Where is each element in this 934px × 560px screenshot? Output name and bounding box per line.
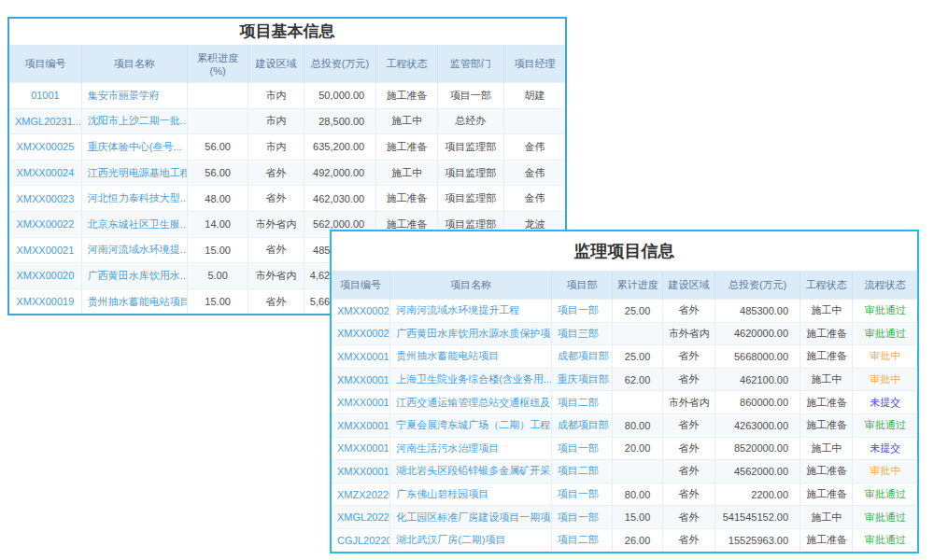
- region-cell: 市外省内: [248, 211, 304, 237]
- project-dept-link[interactable]: 重庆项目部: [551, 368, 613, 391]
- investment-cell: 635,200.00: [304, 134, 375, 161]
- project-name-link[interactable]: 集安市丽景学府: [81, 83, 187, 109]
- region-cell: 省外: [662, 345, 715, 369]
- project-id-link[interactable]: XMXX00014: [332, 460, 390, 483]
- project-dept-link[interactable]: 项目一部: [551, 506, 613, 529]
- progress-cell: 15.00: [613, 506, 662, 529]
- column-header: 总投资(万元): [304, 45, 375, 83]
- column-header: 建设区域: [248, 45, 304, 83]
- project-id-link[interactable]: XMXX00023: [9, 186, 81, 212]
- column-header: 建设区域: [662, 271, 715, 300]
- project-id-link[interactable]: XMXX00018: [332, 368, 390, 391]
- project-dept-link[interactable]: 成都项目部: [551, 345, 613, 369]
- project-id-link[interactable]: XMXX00020: [332, 322, 390, 345]
- project-dept-link[interactable]: 项目二部: [551, 460, 613, 483]
- project-dept-link[interactable]: 项目一部: [551, 483, 613, 506]
- table-row: XMXX00016宁夏会展湾东城广场（二期）工程成都项目部80.00省外4263…: [332, 413, 917, 437]
- table-row: XMXX00023河北恒力泰科技大型...48.00省外462,030.00施工…: [9, 186, 565, 212]
- project-name-link[interactable]: 河北恒力泰科技大型...: [81, 186, 187, 212]
- flow-status-badge: 审批通过: [853, 528, 917, 551]
- progress-cell: 62.00: [613, 368, 662, 391]
- flow-status-badge: 审批通过: [853, 300, 917, 323]
- department-cell: 项目监理部: [437, 134, 503, 161]
- project-dept-link[interactable]: 项目二部: [551, 391, 613, 414]
- project-name-link[interactable]: 北京东城社区卫生服...: [81, 211, 187, 237]
- supervision-info-table: 项目编号项目名称项目部累计进度建设区域总投资(万元)工程状态流程状态 XMXX0…: [332, 271, 917, 552]
- project-name-link[interactable]: 贵州抽水蓄能电站项目: [390, 345, 551, 369]
- region-cell: 省外: [662, 413, 715, 437]
- department-cell: 项目监理部: [437, 186, 503, 212]
- project-name-link[interactable]: 贵州抽水蓄能电站项目: [81, 288, 187, 314]
- supervision-header-row: 项目编号项目名称项目部累计进度建设区域总投资(万元)工程状态流程状态: [332, 271, 917, 300]
- project-name-link[interactable]: 江西交通运输管理总站交通枢纽及...: [390, 391, 551, 414]
- project-name-link[interactable]: 沈阳市上沙二期一批...: [81, 108, 187, 134]
- project-id-link[interactable]: XMXX00019: [9, 288, 81, 314]
- project-name-link[interactable]: 重庆体验中心(叁号...: [81, 134, 187, 161]
- project-id-link[interactable]: XMXX00019: [332, 345, 390, 369]
- work-status-cell: 施工中: [800, 506, 853, 529]
- project-id-link[interactable]: XMGL20220...: [332, 506, 390, 529]
- project-dept-link[interactable]: 项目二部: [551, 528, 613, 551]
- work-status-cell: 施工准备: [800, 413, 853, 437]
- column-header: 项目部: [551, 271, 613, 300]
- region-cell: 省外: [662, 368, 715, 391]
- project-id-link[interactable]: XMXX00015: [332, 437, 390, 460]
- project-name-link[interactable]: 湖北武汉厂房(二期)项目: [390, 528, 551, 551]
- project-dept-link[interactable]: 项目三部: [551, 322, 613, 345]
- region-cell: 省外: [662, 528, 715, 551]
- work-status-cell: 施工中: [376, 160, 437, 186]
- table-row: XMXX00014湖北岩头区段铅锌银多金属矿开采...项目二部省外4562000…: [332, 460, 917, 483]
- investment-cell: 462100.00: [715, 368, 800, 391]
- project-id-link[interactable]: 01001: [9, 83, 81, 109]
- work-status-cell: 施工中: [800, 437, 853, 460]
- project-id-link[interactable]: XMZX20220...: [332, 483, 390, 506]
- project-name-link[interactable]: 江西光明电源基地工程: [81, 160, 187, 186]
- region-cell: 省外: [662, 460, 715, 483]
- project-id-link[interactable]: XMXX00016: [332, 413, 390, 437]
- project-id-link[interactable]: CGJL202205...: [332, 528, 390, 551]
- project-name-link[interactable]: 上海卫生院业务综合楼(含业务用...: [390, 368, 551, 391]
- progress-cell: [613, 391, 662, 414]
- project-name-link[interactable]: 湖北岩头区段铅锌银多金属矿开采...: [390, 460, 551, 483]
- work-status-cell: 施工准备: [800, 483, 853, 506]
- project-name-link[interactable]: 广西黄田水库饮用水源水质保护项目: [390, 322, 551, 345]
- project-name-link[interactable]: 河南河流域水环境提升工程: [390, 300, 551, 323]
- investment-cell: 4620000.00: [715, 322, 800, 345]
- project-dept-link[interactable]: 项目一部: [551, 300, 613, 323]
- project-id-link[interactable]: XMXX00024: [9, 160, 81, 186]
- project-name-link[interactable]: 广西黄田水库饮用水...: [81, 263, 187, 289]
- supervision-table-body: XMXX00021河南河流域水环境提升工程项目一部25.00省外485300.0…: [332, 300, 917, 552]
- flow-status-badge: 未提交: [853, 391, 917, 414]
- investment-cell: 4562000.00: [715, 460, 800, 483]
- column-header: 项目编号: [332, 271, 390, 300]
- investment-cell: 492,000.00: [304, 160, 375, 186]
- manager-cell: 金伟: [504, 186, 566, 212]
- progress-cell: 48.00: [187, 186, 248, 212]
- work-status-cell: 施工准备: [800, 345, 853, 369]
- project-id-link[interactable]: XMXX00021: [9, 237, 81, 263]
- column-header: 项目名称: [390, 271, 551, 300]
- project-name-link[interactable]: 河南河流域水环境提...: [81, 237, 187, 263]
- project-id-link[interactable]: XMXX00021: [332, 300, 390, 323]
- project-dept-link[interactable]: 项目一部: [551, 437, 613, 460]
- work-status-cell: 施工准备: [800, 391, 853, 414]
- column-header: 项目经理: [504, 45, 566, 83]
- project-id-link[interactable]: XMXX00017: [332, 391, 390, 414]
- project-name-link[interactable]: 宁夏会展湾东城广场（二期）工程: [390, 413, 551, 437]
- project-name-link[interactable]: 广东佛山碧桂园项目: [390, 483, 551, 506]
- table-row: 01001集安市丽景学府市内50,000.00施工准备项目一部胡建: [9, 83, 565, 109]
- manager-cell: 胡建: [504, 83, 566, 109]
- project-name-link[interactable]: 河南生活污水治理项目: [390, 437, 551, 460]
- project-id-link[interactable]: XMXX00022: [9, 211, 81, 237]
- project-id-link[interactable]: XMXX00020: [9, 263, 81, 289]
- project-name-link[interactable]: 化工园区标准厂房建设项目一期项目: [390, 506, 551, 529]
- table-row: XMXX00020广西黄田水库饮用水源水质保护项目项目三部市外省内4620000…: [332, 322, 917, 345]
- flow-status-badge: 审批中: [853, 460, 917, 483]
- project-id-link[interactable]: XMGL20231...: [9, 108, 81, 134]
- department-cell: 项目一部: [437, 83, 503, 109]
- progress-cell: [187, 83, 248, 109]
- column-header: 累积进度 (%): [187, 45, 248, 83]
- project-dept-link[interactable]: 成都项目部: [551, 413, 613, 437]
- project-id-link[interactable]: XMXX00025: [9, 134, 81, 161]
- work-status-cell: 施工中: [800, 368, 853, 391]
